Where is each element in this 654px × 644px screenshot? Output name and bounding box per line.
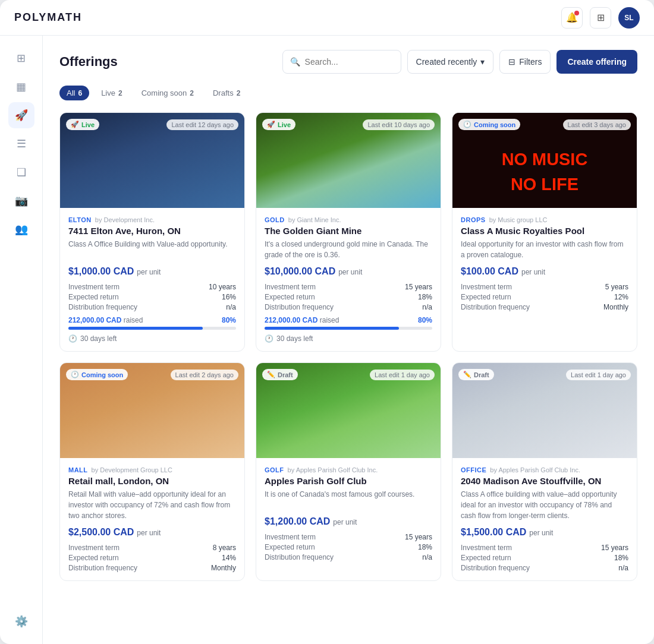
status-badge: 🕐 Coming soon [66,369,128,380]
search-bar[interactable]: 🔍 [282,50,401,74]
raised-amount: 212,000.00 CAD raised [265,316,339,324]
card-image: 🚀 Live Last edit 10 days ago [256,113,441,208]
search-input[interactable] [305,57,394,67]
price-amount: $1,000.00 CAD [68,266,134,277]
last-edit-badge: Last edit 1 day ago [370,370,435,380]
tab-all[interactable]: All 6 [59,86,89,100]
days-left: 🕐 30 days left [68,334,236,343]
price-amount: $10,000.00 CAD [265,266,335,277]
layers-icon: ❑ [17,166,26,179]
stat-expected-return: Expected return 18% [265,293,432,301]
status-label: Draft [278,371,293,378]
card-image: 🕐 Coming soon Last edit 3 days ago [452,113,637,208]
card-golf[interactable]: ✏️ Draft Last edit 1 day ago GOLF by App… [256,362,441,581]
stat-distribution-frequency: Distribution frequency n/a [68,303,236,311]
price-amount: $1,200.00 CAD [265,516,330,527]
card-stats: Investment term 15 years Expected return… [265,283,432,311]
notifications-button[interactable]: 🔔 [561,7,583,29]
tab-label: All [67,89,75,97]
card-description: It's a closed underground gold mine in C… [265,239,432,260]
status-label: Live [278,121,291,128]
dashboard-icon-button[interactable]: ⊞ [590,7,611,29]
sidebar-item-settings[interactable]: ⚙️ [8,608,34,634]
status-icon: 🕐 [71,371,79,378]
status-icon: ✏️ [463,371,471,378]
stat-investment-term: Investment term 15 years [265,283,432,291]
cards-grid: 🚀 Live Last edit 12 days ago ELTON by De… [59,112,637,581]
progress-bar [265,327,432,330]
card-by: by Apples Parish Golf Club Inc. [288,466,378,473]
logo: POLYMATH [14,11,82,24]
clock-icon: 🕐 [68,334,77,343]
grid-icon: ⊞ [17,52,26,65]
status-icon: 🚀 [71,121,79,128]
card-image: ✏️ Draft Last edit 1 day ago [452,363,637,458]
card-image: ✏️ Draft Last edit 1 day ago [256,363,441,458]
table-icon: ▦ [16,80,26,93]
card-stats: Investment term 15 years Expected return… [461,544,628,572]
tab-drafts[interactable]: Drafts 2 [206,86,247,100]
card-title: Retail mall, London, ON [68,476,236,486]
create-offering-button[interactable]: Create offering [556,50,637,74]
sidebar-item-grid[interactable]: ⊞ [8,45,34,71]
card-price: $2,500.00 CAD per unit [68,527,236,538]
sidebar-item-rocket[interactable]: 🚀 [8,102,34,128]
card-price: $10,000.00 CAD per unit [265,266,432,277]
card-by: by Development Inc. [95,216,155,223]
status-badge: 🚀 Live [262,119,295,130]
sidebar-item-table[interactable]: ▦ [8,74,34,100]
last-edit-badge: Last edit 12 days ago [166,119,238,130]
status-label: Live [81,121,95,128]
tab-label: Live [101,89,115,97]
stat-investment-term: Investment term 10 years [68,283,236,291]
card-description: It is one of Canada's most famous golf c… [265,489,432,510]
days-left: 🕐 30 days left [265,334,432,343]
status-label: Draft [474,371,489,378]
price-unit: per unit [137,529,161,537]
card-description: Ideal opportunity for an investor with c… [461,239,628,260]
sidebar-item-layers[interactable]: ❑ [8,159,34,185]
card-description: Class A office building with value–add o… [461,489,628,521]
card-price: $1,000.00 CAD per unit [68,266,236,277]
card-office[interactable]: ✏️ Draft Last edit 1 day ago OFFICE by A… [452,362,637,581]
stat-distribution-frequency: Distribution frequency n/a [265,553,432,561]
status-icon: 🚀 [267,121,275,128]
list-icon: ☰ [17,137,26,150]
notification-dot [574,11,579,15]
sidebar-item-camera[interactable]: 📷 [8,188,34,214]
card-mall[interactable]: 🕐 Coming soon Last edit 2 days ago MALL … [59,362,245,581]
price-unit: per unit [521,268,545,276]
tab-coming[interactable]: Coming soon 2 [134,86,201,100]
filter-button[interactable]: ⊟ Filters [499,50,551,74]
progress-fill [265,327,399,330]
tab-count: 2 [190,89,194,97]
card-price: $1,200.00 CAD per unit [265,516,432,527]
price-amount: $100.00 CAD [461,266,518,277]
card-title: The Golden Giant Mine [265,226,432,236]
card-drops[interactable]: 🕐 Coming soon Last edit 3 days ago DROPS… [452,112,637,352]
sort-button[interactable]: Created recently ▾ [407,50,494,74]
status-badge: ✏️ Draft [262,369,298,380]
card-type: MALL [68,466,88,473]
stat-expected-return: Expected return 12% [461,293,628,301]
price-amount: $2,500.00 CAD [68,527,134,538]
tab-live[interactable]: Live 2 [94,86,130,100]
avatar[interactable]: SL [618,7,640,29]
last-edit-badge: Last edit 2 days ago [171,370,238,380]
card-image: 🕐 Coming soon Last edit 2 days ago [60,363,244,458]
stat-distribution-frequency: Distribution frequency n/a [265,303,432,311]
status-label: Coming soon [474,121,515,128]
stat-distribution-frequency: Distribution frequency Monthly [461,303,628,311]
price-unit: per unit [529,529,553,537]
card-elton[interactable]: 🚀 Live Last edit 12 days ago ELTON by De… [59,112,245,352]
sidebar-item-users[interactable]: 👥 [8,216,34,242]
sidebar-item-list[interactable]: ☰ [8,131,34,157]
tab-count: 6 [78,89,82,97]
status-badge: 🕐 Coming soon [458,119,520,130]
status-badge: 🚀 Live [66,119,99,130]
card-stats: Investment term 8 years Expected return … [68,544,236,572]
card-type: OFFICE [461,466,486,473]
card-gold[interactable]: 🚀 Live Last edit 10 days ago GOLD by Gia… [256,112,441,352]
tab-count: 2 [237,89,241,97]
card-title: Apples Parish Golf Club [265,476,432,486]
